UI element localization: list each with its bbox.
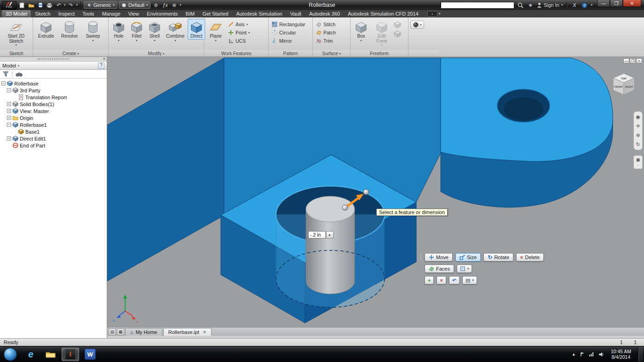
tab-get-started[interactable]: Get Started (199, 10, 232, 17)
show-hidden-icons[interactable]: ▲ (572, 352, 576, 356)
tree-item-origin[interactable]: + Origin (0, 114, 107, 121)
mini-toolbar-grip[interactable] (420, 254, 422, 261)
help-icon[interactable]: ? (98, 62, 104, 69)
tab-tools[interactable]: Tools (79, 10, 98, 17)
ucs-button[interactable]: UCS (227, 37, 251, 44)
chevron-down-icon[interactable]: ▾ (637, 164, 639, 167)
expand-icon[interactable]: + (7, 116, 11, 120)
window-close-button[interactable]: ✕ (623, 0, 641, 7)
size-button[interactable]: Size (455, 253, 481, 261)
rotate-button[interactable]: ↻ Rotate (483, 253, 513, 261)
tree-item-translation-report[interactable]: Translation Report (0, 94, 107, 101)
tree-item-solid-bodies[interactable]: + Solid Bodies(1) (0, 101, 107, 107)
tab-view[interactable]: View (125, 10, 143, 17)
view-cube[interactable]: TOP FRONT RIGHT (613, 74, 634, 95)
window-maximize-button[interactable]: ❐ (610, 0, 623, 7)
adjust-icon[interactable]: ⊛ (152, 1, 160, 9)
tree-item-direct-edit1[interactable]: + Direct Edit1 (0, 135, 107, 142)
parameters-fx-icon[interactable]: ƒx (161, 1, 169, 9)
ribbon-display-toggle[interactable]: ▪ (427, 11, 437, 17)
search-icon[interactable] (517, 1, 524, 9)
volume-icon[interactable] (598, 352, 604, 357)
plane-button[interactable]: Plane ▾ (206, 19, 225, 42)
print-icon[interactable] (46, 1, 53, 9)
filter-icon[interactable] (3, 71, 9, 77)
doc-restore-icon[interactable]: ❐ (630, 58, 636, 63)
chevron-down-icon[interactable]: ▾ (591, 3, 592, 7)
stitch-button[interactable]: Stitch (315, 21, 337, 28)
box-button[interactable]: Box ▾ (352, 19, 370, 42)
orbit-icon[interactable]: ↻ (636, 141, 640, 147)
tab-autodesk-simulation[interactable]: Autodesk Simulation (232, 10, 286, 17)
options-button[interactable]: ▤ ▾ (462, 276, 477, 284)
apply-button[interactable]: + (425, 276, 434, 284)
expand-icon[interactable]: + (7, 136, 11, 141)
tree-item-3rd-party[interactable]: − 3rd Party (0, 87, 107, 94)
browser-close-icon[interactable]: × (103, 57, 105, 61)
tab-environments[interactable]: Environments (143, 10, 181, 17)
tab-3d-model[interactable]: 3D Model (2, 10, 31, 17)
redo-dropdown-icon[interactable]: ▾ (76, 3, 78, 7)
tree-item-end-of-part[interactable]: End of Part (0, 142, 107, 149)
sign-in-button[interactable]: Sign In ▾ (537, 2, 563, 8)
extrude-button[interactable]: Extrude (35, 19, 57, 40)
help-icon[interactable]: ? (581, 1, 588, 9)
show-desktop-button[interactable] (638, 346, 643, 362)
tab-my-home[interactable]: ⌂ My Home (125, 328, 162, 336)
freeform-tool-icon[interactable] (394, 21, 401, 28)
tab-close-icon[interactable]: ✕ (203, 330, 207, 334)
part-wall-left-face[interactable] (107, 58, 224, 281)
tab-autodesk-simulation-cfd[interactable]: Autodesk Simulation CFD 2014 (344, 10, 422, 17)
shell-button[interactable]: Shell ▾ (146, 19, 163, 42)
appearance-dropdown[interactable]: Default ▾ (119, 1, 150, 9)
app-menu-button[interactable]: PRO (2, 1, 17, 10)
edit-form-button[interactable]: Edit Form ▾ (371, 19, 392, 47)
expand-icon[interactable]: + (7, 102, 11, 106)
taskbar-file-explorer[interactable] (42, 348, 59, 361)
undo-icon[interactable]: ↶ (55, 1, 63, 9)
undo-edit-button[interactable]: ↶ (449, 276, 460, 284)
save-icon[interactable] (36, 1, 44, 9)
appearance-override-dropdown[interactable]: ▾ (410, 21, 424, 29)
tab-sketch[interactable]: Sketch (31, 10, 54, 17)
cancel-button[interactable]: × (437, 276, 446, 284)
rectangular-pattern-button[interactable]: Rectangular (270, 21, 307, 28)
favorites-star-icon[interactable]: ★ (527, 1, 535, 9)
tree-item-rollerbase[interactable]: − Rollerbase (0, 80, 107, 87)
exchange-apps-icon[interactable]: X (570, 1, 578, 9)
browser-drag-handle[interactable]: × (0, 57, 107, 61)
tab-bim[interactable]: BIM (182, 10, 199, 17)
revolve-button[interactable]: Revolve (58, 19, 80, 40)
find-binoculars-icon[interactable] (16, 71, 23, 77)
tile-view-icon[interactable]: ▤ (109, 328, 116, 335)
action-center-flag-icon[interactable] (580, 352, 585, 357)
manipulator-handle-sphere[interactable] (363, 189, 369, 195)
dimension-flyout-icon[interactable]: ▸ (326, 231, 334, 238)
sweep-button[interactable]: Sweep ▾ (82, 19, 104, 42)
start-button[interactable] (4, 348, 17, 361)
material-dropdown[interactable]: Generic ▾ (84, 1, 117, 9)
trim-button[interactable]: Trim (315, 37, 337, 44)
graphics-viewport[interactable]: x z TOP FRONT RIGHT — ❐ × ◉ ✛ ⊕ ↻ ▣ ▾ Se… (107, 57, 644, 327)
combine-button[interactable]: Combine ▾ (164, 19, 186, 42)
collapse-icon[interactable]: − (1, 81, 6, 85)
faces-button[interactable]: Faces (425, 265, 454, 273)
thumbnail-view-icon[interactable]: ▦ (117, 328, 124, 335)
doc-close-icon[interactable]: × (636, 58, 642, 63)
chevron-down-icon[interactable]: ▾ (179, 3, 181, 7)
undo-dropdown-icon[interactable]: ▾ (64, 3, 66, 7)
axis-button[interactable]: Axis ▾ (227, 21, 251, 28)
mirror-button[interactable]: Mirror (270, 37, 307, 44)
tab-inspect[interactable]: Inspect (55, 10, 78, 17)
tab-autodesk-360[interactable]: Autodesk 360 (305, 10, 344, 17)
patch-button[interactable]: Patch (315, 29, 337, 36)
hole-button[interactable]: Hole ▾ (110, 19, 127, 42)
new-file-icon[interactable] (18, 1, 26, 9)
tree-item-rollerbase1[interactable]: − Rollerbase1 (0, 121, 107, 128)
tab-vault[interactable]: Vault (287, 10, 305, 17)
dimension-input[interactable] (308, 231, 326, 238)
redo-icon[interactable]: ↷ (67, 1, 75, 9)
collapse-icon[interactable]: − (7, 123, 11, 127)
taskbar-inventor[interactable]: I (62, 348, 79, 361)
steering-wheel-icon[interactable]: ◉ (636, 114, 640, 120)
